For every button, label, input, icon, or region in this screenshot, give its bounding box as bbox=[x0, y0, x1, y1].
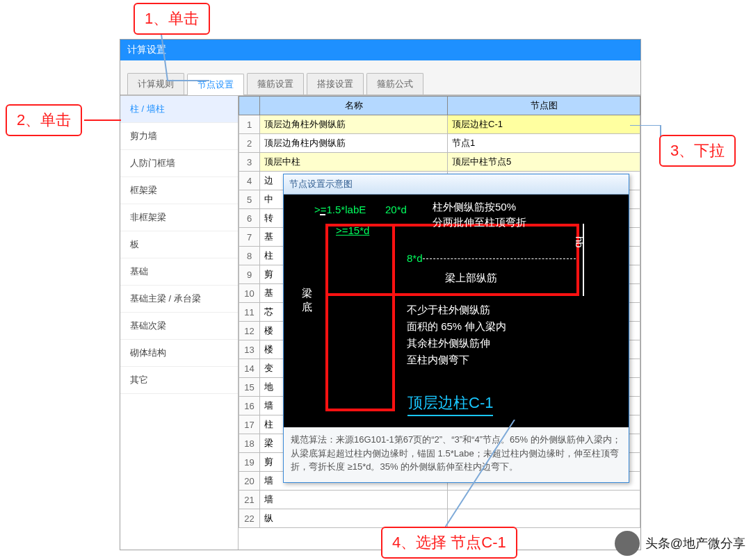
row-number: 16 bbox=[239, 397, 260, 415]
cell-name[interactable]: 顶层边角柱外侧纵筋 bbox=[260, 115, 448, 134]
diagram-text-b3: 其余柱外侧纵筋伸 bbox=[407, 336, 490, 350]
diagram-text-top1: 柱外侧纵筋按50% bbox=[433, 200, 516, 214]
tab-stirrup-settings[interactable]: 箍筋设置 bbox=[247, 73, 304, 94]
diagram-measure-8d: 8*d bbox=[407, 252, 423, 265]
diagram-text-beamtop: 梁上部纵筋 bbox=[445, 271, 497, 285]
popup-title: 节点设置示意图 bbox=[284, 174, 629, 195]
row-number: 14 bbox=[239, 359, 260, 378]
sidebar-item[interactable]: 基础主梁 / 承台梁 bbox=[120, 286, 238, 313]
popup-note: 规范算法：来源16G101-1第67页的“2”、“3”和“4”节点。65% 的外… bbox=[284, 427, 629, 482]
row-number: 8 bbox=[239, 247, 260, 265]
tab-calculation-rules[interactable]: 计算规则 bbox=[127, 73, 184, 94]
diagram-text-b2: 面积的 65% 伸入梁内 bbox=[407, 320, 506, 333]
callout-3: 3、下拉 bbox=[659, 135, 736, 167]
cell-node[interactable]: 节点1 bbox=[448, 134, 640, 153]
table-row[interactable]: 1顶层边角柱外侧纵筋顶层边柱C-1 bbox=[239, 115, 640, 134]
callout-1: 1、单击 bbox=[134, 3, 210, 35]
row-number: 21 bbox=[239, 491, 260, 509]
sidebar: 柱 / 墙柱剪力墙人防门框墙框架梁非框架梁板基础基础主梁 / 承台梁基础次梁砌体… bbox=[120, 96, 239, 550]
sidebar-item[interactable]: 框架梁 bbox=[120, 177, 238, 204]
row-number: 5 bbox=[239, 190, 260, 209]
row-number: 13 bbox=[239, 340, 260, 359]
cell-node[interactable] bbox=[448, 509, 640, 528]
row-number: 9 bbox=[239, 265, 260, 284]
diagram-text-beambottom: 梁底 bbox=[302, 286, 316, 313]
window-title: 计算设置 bbox=[120, 40, 640, 60]
cell-name[interactable]: 顶层边角柱内侧纵筋 bbox=[260, 134, 448, 153]
sidebar-item[interactable]: 柱 / 墙柱 bbox=[120, 96, 238, 123]
diagram-measure-20d: 20*d bbox=[385, 203, 407, 217]
cell-node[interactable]: 顶层中柱节点5 bbox=[448, 153, 640, 172]
diagram-canvas: >=1.5*labE 20*d >=15*d 8*d 柱外侧纵筋按50% 分两批… bbox=[284, 195, 629, 427]
tab-lap-settings[interactable]: 搭接设置 bbox=[307, 73, 364, 94]
row-number: 17 bbox=[239, 415, 260, 434]
avatar-icon bbox=[615, 531, 640, 556]
table-row[interactable]: 3顶层中柱顶层中柱节点5 bbox=[239, 153, 640, 172]
row-number: 2 bbox=[239, 134, 260, 153]
diagram-text-top2: 分两批伸至柱顶弯折 bbox=[433, 215, 526, 229]
cell-name[interactable]: 顶层中柱 bbox=[260, 153, 448, 172]
watermark-text: 头条@地产微分享 bbox=[645, 535, 745, 552]
row-number: 4 bbox=[239, 172, 260, 190]
row-number: 10 bbox=[239, 284, 260, 303]
diagram-popup: 节点设置示意图 >=1.5*labE 20*d >=15*d 8*d 柱外侧纵筋… bbox=[283, 174, 629, 483]
diagram-measure-15d: >=15*d bbox=[336, 224, 369, 238]
cell-name[interactable]: 纵 bbox=[260, 509, 448, 528]
sidebar-item[interactable]: 砌体结构 bbox=[120, 340, 238, 367]
tab-stirrup-formula[interactable]: 箍筋公式 bbox=[366, 73, 423, 94]
row-number: 15 bbox=[239, 378, 260, 397]
row-number: 11 bbox=[239, 303, 260, 322]
row-number: 20 bbox=[239, 472, 260, 491]
callout-4: 4、选择 节点C-1 bbox=[381, 527, 517, 559]
sidebar-item[interactable]: 基础 bbox=[120, 258, 238, 286]
sidebar-item[interactable]: 人防门框墙 bbox=[120, 150, 238, 177]
row-number: 22 bbox=[239, 509, 260, 528]
cell-node[interactable] bbox=[448, 491, 640, 509]
diagram-text-b1: 不少于柱外侧纵筋 bbox=[407, 303, 490, 317]
row-number: 1 bbox=[239, 115, 260, 134]
cell-node[interactable]: 顶层边柱C-1 bbox=[448, 115, 640, 134]
table-row[interactable]: 22纵 bbox=[239, 509, 640, 528]
row-number: 12 bbox=[239, 322, 260, 340]
diagram-text-b4: 至柱内侧弯下 bbox=[407, 353, 469, 367]
tab-node-settings[interactable]: 节点设置 bbox=[187, 74, 244, 95]
table-row[interactable]: 21墙 bbox=[239, 491, 640, 509]
sidebar-item[interactable]: 基础次梁 bbox=[120, 313, 238, 340]
table-row[interactable]: 2顶层边角柱内侧纵筋节点1 bbox=[239, 134, 640, 153]
callout-2: 2、单击 bbox=[6, 104, 82, 136]
sidebar-item[interactable]: 其它 bbox=[120, 367, 238, 394]
col-node: 节点图 bbox=[448, 97, 640, 115]
col-rownum bbox=[239, 97, 260, 115]
row-number: 18 bbox=[239, 434, 260, 453]
sidebar-item[interactable]: 剪力墙 bbox=[120, 123, 238, 150]
diagram-label: 顶层边柱C-1 bbox=[407, 393, 493, 416]
sidebar-item[interactable]: 板 bbox=[120, 231, 238, 258]
tabstrip: 计算规则 节点设置 箍筋设置 搭接设置 箍筋公式 bbox=[120, 73, 640, 95]
watermark: 头条@地产微分享 bbox=[615, 531, 745, 556]
sidebar-item[interactable]: 非框架梁 bbox=[120, 204, 238, 231]
row-number: 3 bbox=[239, 153, 260, 172]
row-number: 19 bbox=[239, 453, 260, 472]
row-number: 7 bbox=[239, 228, 260, 247]
row-number: 6 bbox=[239, 209, 260, 228]
col-name: 名称 bbox=[260, 97, 448, 115]
cell-name[interactable]: 墙 bbox=[260, 491, 448, 509]
